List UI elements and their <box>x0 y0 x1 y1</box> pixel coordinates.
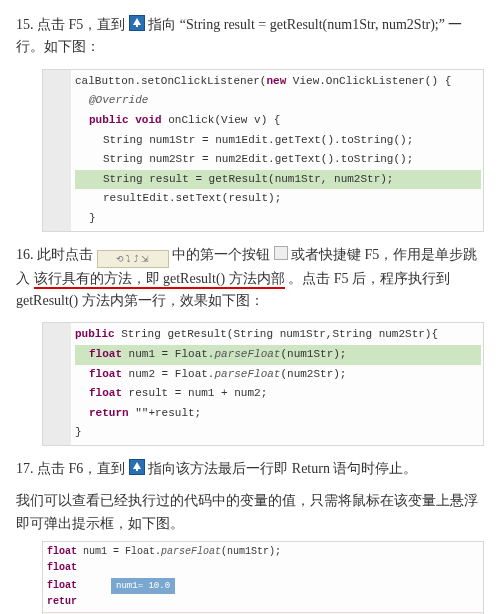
code-figure-1: calButton.setOnClickListener(new View.On… <box>42 69 484 232</box>
method-italic: parseFloat <box>214 368 280 380</box>
editor-gutter <box>43 323 71 445</box>
kw-return: return <box>89 407 129 419</box>
kw-float: float <box>89 348 122 360</box>
step-number: 17. <box>16 461 34 476</box>
code: num2 = Float. <box>122 368 214 380</box>
code: (num2Str); <box>280 368 346 380</box>
step-17-note: 我们可以查看已经执行过的代码中的变量的值，只需将鼠标在该变量上悬浮即可弹出提示框… <box>16 490 484 535</box>
code: ""+result; <box>129 407 202 419</box>
code: num1 = Float. <box>122 348 214 360</box>
code: (num1Str); <box>280 348 346 360</box>
code: result = num1 + num2; <box>122 387 267 399</box>
code-highlighted: String result = getResult(num1Str, num2S… <box>75 170 481 190</box>
code-figure-2: public String getResult(String num1Str,S… <box>42 322 484 446</box>
code: } <box>75 423 481 443</box>
step-16: 16. 此时点击 ⟲ ⤵ ⤴ ⇲ 中的第一个按钮 或者快捷键 F5，作用是单步跳… <box>16 244 484 313</box>
hover-badge: num1= 10.0 <box>111 578 175 594</box>
underlined-text: 该行具有的方法，即 getResult() 方法内部 <box>34 271 285 289</box>
code: calButton.setOnClickListener( <box>75 75 266 87</box>
step-text-b: 指向该方法最后一行即 Return 语句时停止。 <box>148 461 417 476</box>
debug-pointer-icon <box>129 15 145 31</box>
kw-new: new <box>266 75 286 87</box>
step-17: 17. 点击 F6，直到 指向该方法最后一行即 Return 语句时停止。 <box>16 458 484 480</box>
code: onClick(View v) { <box>162 114 281 126</box>
code: String num2Str = num2Edit.getText().toSt… <box>75 150 481 170</box>
annotation-override: @Override <box>75 91 481 111</box>
code: String getResult(String num1Str,String n… <box>115 328 438 340</box>
kw-return-cut: retur <box>47 596 77 607</box>
code: num1 = Float.parseFloat(num1Str); <box>83 546 281 557</box>
step-text-a: 点击 F5，直到 <box>37 17 125 32</box>
step-text-a: 此时点击 <box>37 247 93 262</box>
code: View.OnClickListener() { <box>286 75 451 87</box>
step-number: 16. <box>16 247 34 262</box>
kw-float: float <box>47 546 77 557</box>
kw-float: float <box>89 387 122 399</box>
step-text-a: 点击 F6，直到 <box>37 461 125 476</box>
method-italic: parseFloat <box>214 348 280 360</box>
step-15: 15. 点击 F5，直到 指向 “String result = getResu… <box>16 14 484 59</box>
kw-float: float <box>47 580 77 591</box>
code: resultEdit.setText(result); <box>75 189 481 209</box>
step-into-button-icon <box>274 246 288 260</box>
step-text-b: 中的第一个按钮 <box>172 247 270 262</box>
kw-public-void: public void <box>89 114 162 126</box>
code: } <box>75 209 481 229</box>
code: String num1Str = num1Edit.getText().toSt… <box>75 131 481 151</box>
kw-float: float <box>47 562 77 573</box>
kw-public: public <box>75 328 115 340</box>
debug-toolbar-icon: ⟲ ⤵ ⤴ ⇲ <box>97 250 169 268</box>
hover-value-figure: float num1 = Float.parseFloat(num1Str); … <box>42 541 484 614</box>
kw-float: float <box>89 368 122 380</box>
debug-pointer-icon <box>129 459 145 475</box>
editor-gutter <box>43 70 71 231</box>
step-number: 15. <box>16 17 34 32</box>
